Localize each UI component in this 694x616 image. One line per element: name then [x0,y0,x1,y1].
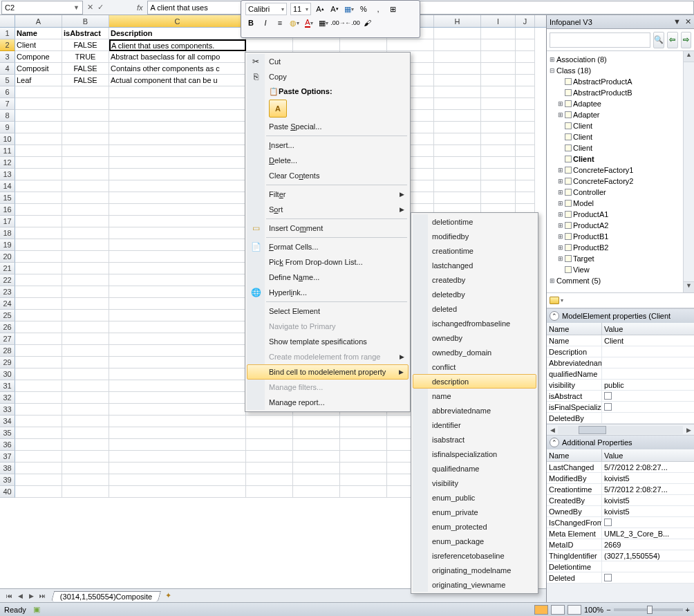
zoom-level[interactable]: 100% [584,606,603,614]
tree-node[interactable]: Client [548,142,682,153]
property-row[interactable]: LastChanged5/7/2012 2:08:27... [547,462,694,473]
submenu-item-enum_private[interactable]: enum_private [413,505,536,519]
submenu-item-visibility[interactable]: visibility [413,476,536,490]
cell[interactable] [109,286,246,298]
cell[interactable] [109,368,246,380]
cell[interactable] [15,486,62,498]
enter-icon[interactable]: ✓ [97,3,104,12]
row-header[interactable]: 13 [0,169,15,180]
cell[interactable] [481,51,516,63]
cell[interactable]: FALSE [62,63,109,75]
cell[interactable]: Name [15,28,62,39]
decrease-font-icon[interactable]: A▾ [329,3,340,15]
cell[interactable] [434,110,481,122]
tree-node[interactable]: ⊞ProductB1 [548,231,682,242]
cell[interactable] [15,169,62,180]
cell[interactable] [109,416,246,427]
cell[interactable] [15,427,62,439]
italic-button[interactable]: I [260,17,271,28]
cell[interactable] [516,63,535,75]
increase-decimal-icon[interactable]: .00→ [332,17,344,28]
tree-node[interactable]: ⊞Association (8) [548,54,682,65]
row-header[interactable]: 9 [0,122,15,133]
cell[interactable] [15,133,62,145]
cell[interactable] [340,416,387,427]
cell[interactable] [62,486,109,498]
cell[interactable] [62,298,109,310]
cell[interactable] [15,204,62,216]
ctx-clear-contents[interactable]: Clear Contents [247,168,409,183]
ctx-copy[interactable]: ⎘Copy [247,69,409,84]
expand-icon[interactable]: ⊞ [556,211,565,218]
cell[interactable] [15,474,62,486]
row-header[interactable]: 2 [0,39,15,51]
cell[interactable] [109,380,246,392]
row-header[interactable]: 24 [0,298,15,310]
submenu-item-lastchanged[interactable]: lastchanged [413,258,536,272]
cell[interactable] [434,51,481,63]
cell[interactable] [62,463,109,474]
zoom-slider[interactable] [614,608,683,611]
cell[interactable]: A client that uses components. [109,39,246,51]
additional-properties-header[interactable]: ⌃ Additional Properties [547,436,694,449]
row-header[interactable]: 26 [0,321,15,333]
cell[interactable] [109,110,246,122]
cell[interactable] [109,169,246,180]
cell[interactable] [109,133,246,145]
submenu-item-isabstract[interactable]: isabstract [413,432,536,447]
sheet-nav-first-icon[interactable]: ⏮ [4,592,14,599]
col-header-H[interactable]: H [434,15,481,27]
row-header[interactable]: 39 [0,474,15,486]
cell[interactable] [109,392,246,404]
cell[interactable] [481,28,516,39]
cell[interactable] [62,216,109,227]
expand-icon[interactable]: ⊞ [556,111,565,118]
submenu-item-enum_package[interactable]: enum_package [413,534,536,548]
cell[interactable] [62,380,109,392]
tree-scrollbar[interactable]: ▲▼ [683,51,694,292]
cell[interactable] [246,39,293,51]
nav-forward-button[interactable]: ⇨ [681,32,692,48]
cell[interactable] [481,192,516,204]
cell[interactable] [293,451,340,463]
row-header[interactable]: 30 [0,368,15,380]
comma-icon[interactable]: , [373,3,384,15]
align-icon[interactable]: ≡ [274,17,285,28]
tree-node[interactable]: ⊞ProductA1 [548,209,682,220]
property-row[interactable]: qualifiedName [547,368,694,380]
cell[interactable] [434,157,481,169]
cell[interactable] [109,239,246,251]
cell[interactable] [481,169,516,180]
cell[interactable] [62,122,109,133]
tree-node[interactable]: ⊞Adapter [548,109,682,120]
cell[interactable] [15,274,62,286]
property-row[interactable]: Creationtime5/7/2012 2:08:27... [547,484,694,495]
cell[interactable] [481,110,516,122]
view-normal-button[interactable] [534,605,548,615]
row-header[interactable]: 4 [0,63,15,75]
search-button[interactable]: 🔍 [653,32,664,48]
cell[interactable] [62,263,109,274]
col-header-A[interactable]: A [15,15,62,27]
props-hscroll[interactable]: ◀▶ [547,424,694,435]
cell[interactable]: Description [109,28,246,39]
cell[interactable] [62,274,109,286]
row-header[interactable]: 40 [0,486,15,498]
submenu-item-creationtime[interactable]: creationtime [413,243,536,258]
cell[interactable] [516,98,535,110]
cell[interactable] [109,86,246,98]
cell[interactable] [340,427,387,439]
expand-icon[interactable]: ⊞ [556,178,565,185]
cell[interactable]: Leaf [15,75,62,86]
cell[interactable] [434,122,481,133]
formula-input[interactable]: A client that uses [147,1,694,15]
cell[interactable]: TRUE [62,51,109,63]
row-header[interactable]: 36 [0,439,15,451]
cell[interactable] [109,157,246,169]
ctx-paste-option-a[interactable]: A [247,98,409,119]
col-header-I[interactable]: I [481,15,516,27]
ctx-cut[interactable]: ✂Cut [247,54,409,69]
cell[interactable] [246,416,293,427]
cell[interactable] [15,110,62,122]
cell[interactable] [516,133,535,145]
